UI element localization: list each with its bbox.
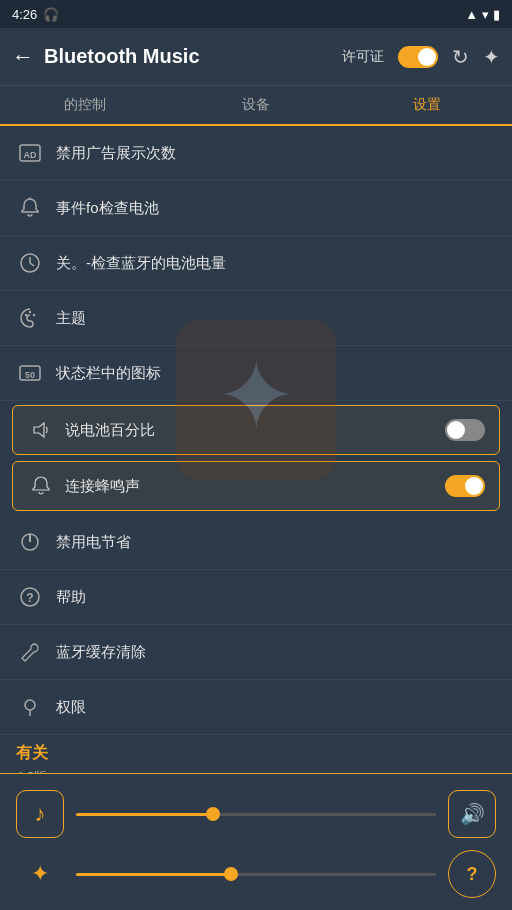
toggle-label-battery-pct: 说电池百分比	[65, 421, 445, 440]
svg-point-18	[25, 700, 35, 710]
ad-icon: AD	[16, 139, 44, 167]
setting-item-event[interactable]: 事件fo检查电池	[0, 181, 512, 236]
speaker-icon	[27, 416, 55, 444]
bell-icon	[16, 194, 44, 222]
setting-text-permissions: 权限	[56, 698, 496, 717]
tab-devices[interactable]: 设备	[171, 86, 342, 124]
bluetooth-track	[76, 873, 436, 876]
clock-icon	[16, 249, 44, 277]
status-time: 4:26	[12, 7, 37, 22]
setting-text-help: 帮助	[56, 588, 496, 607]
setting-item-theme[interactable]: 主题	[0, 291, 512, 346]
svg-text:?: ?	[26, 591, 33, 605]
tab-bar: 的控制 设备 设置	[0, 86, 512, 126]
page-title: Bluetooth Music	[44, 45, 332, 68]
bluetooth-row: ✦ ?	[16, 850, 496, 898]
volume-thumb[interactable]	[206, 807, 220, 821]
setting-item-ads[interactable]: AD 禁用广告展示次数	[0, 126, 512, 181]
toggle-row-battery-pct: 说电池百分比	[12, 405, 500, 455]
license-label: 许可证	[342, 48, 384, 66]
setting-item-permissions[interactable]: 权限	[0, 680, 512, 735]
setting-text-cache: 蓝牙缓存清除	[56, 643, 496, 662]
toggle-connect-beep[interactable]	[445, 475, 485, 497]
volume-slider-container[interactable]	[76, 813, 436, 816]
pin-icon	[16, 693, 44, 721]
settings-list: AD 禁用广告展示次数 事件fo检查电池 关。-检查蓝牙的电池电量	[0, 126, 512, 773]
volume-row: ♪ 🔊	[16, 790, 496, 838]
refresh-icon[interactable]: ↻	[452, 45, 469, 69]
statusbar-icon: 50	[16, 359, 44, 387]
bottom-player: ♪ 🔊 ✦ ?	[0, 773, 512, 910]
help-icon: ?	[16, 583, 44, 611]
setting-text-ads: 禁用广告展示次数	[56, 144, 496, 163]
about-title: 有关	[16, 743, 496, 764]
wrench-icon	[16, 638, 44, 666]
setting-item-help[interactable]: ? 帮助	[0, 570, 512, 625]
volume-icon: 🔊	[460, 802, 485, 826]
setting-item-cache[interactable]: 蓝牙缓存清除	[0, 625, 512, 680]
tab-settings[interactable]: 设置	[341, 86, 512, 124]
svg-line-7	[30, 263, 34, 266]
tab-controls[interactable]: 的控制	[0, 86, 171, 124]
svg-point-10	[33, 314, 35, 316]
setting-text-event: 事件fo检查电池	[56, 199, 496, 218]
svg-marker-13	[34, 423, 44, 437]
bluetooth-header-icon[interactable]: ✦	[483, 45, 500, 69]
setting-text-battery: 关。-检查蓝牙的电池电量	[56, 254, 496, 273]
music-note-icon: ♪	[35, 801, 46, 827]
volume-fill	[76, 813, 213, 816]
music-note-button[interactable]: ♪	[16, 790, 64, 838]
setting-item-statusbar[interactable]: 50 状态栏中的图标	[0, 346, 512, 401]
toggle-battery-pct[interactable]	[445, 419, 485, 441]
toggle-row-connect-beep: 连接蜂鸣声	[12, 461, 500, 511]
wifi-icon: ▾	[482, 7, 489, 22]
status-icons: ▲ ▾ ▮	[465, 7, 500, 22]
bluetooth-slider-container[interactable]	[76, 873, 436, 876]
bluetooth-fill	[76, 873, 231, 876]
setting-item-power-save[interactable]: 禁用电节省	[0, 515, 512, 570]
setting-text-theme: 主题	[56, 309, 496, 328]
svg-point-9	[29, 311, 31, 313]
bell2-icon	[27, 472, 55, 500]
palette-icon	[16, 304, 44, 332]
volume-button[interactable]: 🔊	[448, 790, 496, 838]
bluetooth-player-icon: ✦	[16, 850, 64, 898]
license-toggle[interactable]	[398, 46, 438, 68]
headphone-icon: 🎧	[43, 7, 59, 22]
help-circle-icon: ?	[467, 864, 478, 885]
toggle-label-connect-beep: 连接蜂鸣声	[65, 477, 445, 496]
svg-text:AD: AD	[24, 150, 37, 160]
about-section: 有关 4.2版 开发magdelphi	[0, 735, 512, 773]
top-bar: ← Bluetooth Music 许可证 ↻ ✦	[0, 28, 512, 86]
svg-point-8	[25, 314, 27, 316]
status-bar: 4:26 🎧 ▲ ▾ ▮	[0, 0, 512, 28]
battery-icon: ▮	[493, 7, 500, 22]
setting-text-statusbar: 状态栏中的图标	[56, 364, 496, 383]
volume-track	[76, 813, 436, 816]
setting-text-power-save: 禁用电节省	[56, 533, 496, 552]
setting-item-battery[interactable]: 关。-检查蓝牙的电池电量	[0, 236, 512, 291]
top-right-controls: 许可证 ↻ ✦	[342, 45, 500, 69]
power-icon	[16, 528, 44, 556]
back-button[interactable]: ←	[12, 44, 34, 70]
svg-text:50: 50	[25, 370, 35, 380]
help-button[interactable]: ?	[448, 850, 496, 898]
bluetooth-thumb[interactable]	[224, 867, 238, 881]
signal-icon: ▲	[465, 7, 478, 22]
